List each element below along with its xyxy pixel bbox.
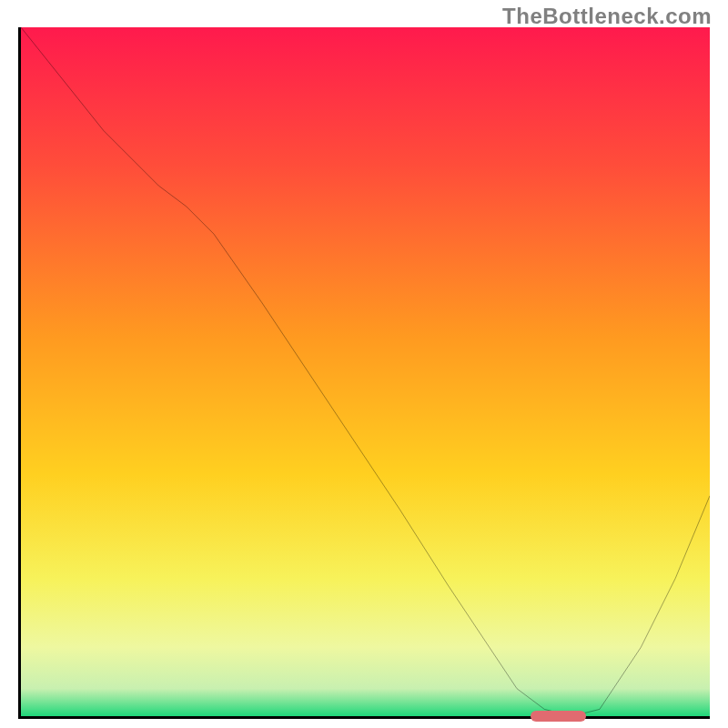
bottleneck-curve [21, 27, 710, 716]
watermark-text: TheBottleneck.com [502, 4, 712, 29]
bottleneck-chart: TheBottleneck.com [0, 0, 728, 728]
optimal-range-marker [531, 711, 586, 722]
plot-area [18, 27, 710, 719]
